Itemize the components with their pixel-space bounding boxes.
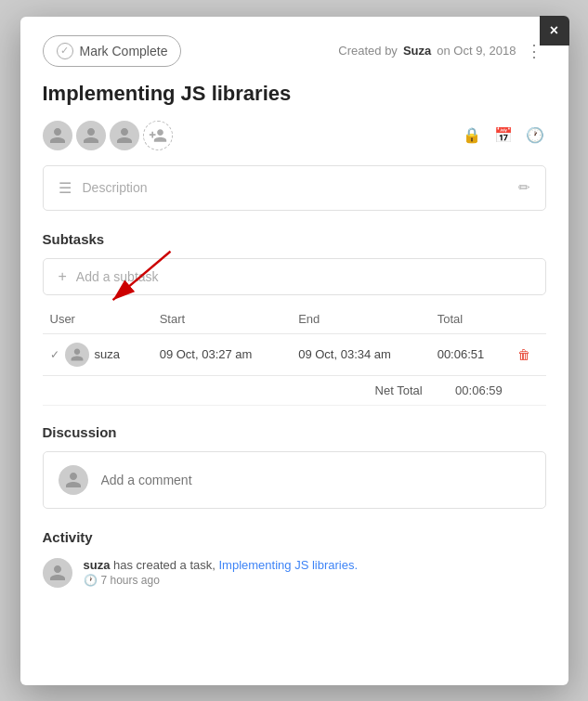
comment-avatar <box>59 465 88 495</box>
activity-user: suza <box>84 558 111 572</box>
activity-content: suza has created a task, Implementing JS… <box>84 558 359 587</box>
col-start: Start <box>152 305 292 334</box>
assignees-list <box>43 121 173 150</box>
comment-input[interactable] <box>101 473 530 487</box>
modal-header: ✓ Mark Complete Created by Suza on Oct 9… <box>43 35 546 67</box>
author-name: Suza <box>403 44 431 58</box>
table-row: ✓ suza 09 Oct, 03:27 am 09 Oct, 03:34 am… <box>43 333 546 375</box>
activity-link[interactable]: Implementing JS libraries. <box>218 558 358 572</box>
activity-text: has created a task, <box>113 558 218 572</box>
avatar-3[interactable] <box>110 121 139 150</box>
mark-complete-button[interactable]: ✓ Mark Complete <box>43 35 182 67</box>
avatar-2[interactable] <box>76 121 106 150</box>
add-subtask-row[interactable]: + Add a subtask <box>43 258 546 295</box>
add-user-button[interactable] <box>143 121 173 150</box>
activity-time: 🕐 7 hours ago <box>84 574 359 587</box>
created-date: on Oct 9, 2018 <box>437 44 516 58</box>
header-meta: Created by Suza on Oct 9, 2018 ⋮ <box>338 43 545 59</box>
row-avatar <box>65 343 89 367</box>
net-total-label: Net Total <box>43 375 430 405</box>
description-lines-icon: ☰ <box>59 179 72 197</box>
calendar-icon-button[interactable]: 📅 <box>492 124 515 146</box>
modal-overlay: × ✓ Mark Complete Created by Suza on Oct… <box>0 0 588 701</box>
row-end: 09 Oct, 03:34 am <box>291 333 430 375</box>
activity-time-label: 7 hours ago <box>101 574 160 587</box>
comment-box <box>43 451 546 509</box>
subtasks-section-label: Subtasks <box>43 231 546 247</box>
row-start: 09 Oct, 03:27 am <box>152 333 292 375</box>
description-box[interactable]: ☰ Description ✏ <box>43 165 546 211</box>
clock-icon-button[interactable]: 🕐 <box>524 124 546 146</box>
delete-row-button[interactable]: 🗑 <box>517 347 530 362</box>
discussion-section-label: Discussion <box>43 424 546 440</box>
row-username: suza <box>95 347 120 361</box>
mark-complete-label: Mark Complete <box>80 44 168 58</box>
avatar-1[interactable] <box>43 121 72 150</box>
description-edit-icon[interactable]: ✏ <box>518 179 530 196</box>
description-placeholder: Description <box>83 180 148 195</box>
activity-item: suza has created a task, Implementing JS… <box>43 558 546 588</box>
col-total: Total <box>430 305 510 334</box>
activity-section: Activity suza has created a task, Implem… <box>43 529 546 588</box>
activity-avatar <box>43 558 72 588</box>
add-subtask-label: Add a subtask <box>76 269 159 284</box>
net-total-value: 00:06:59 <box>430 375 510 405</box>
row-check-icon: ✓ <box>50 348 59 361</box>
net-total-row: Net Total 00:06:59 <box>43 375 546 405</box>
row-total: 00:06:51 <box>430 333 510 375</box>
task-icons: 🔒 📅 🕐 <box>461 124 546 146</box>
close-button[interactable]: × <box>540 16 569 45</box>
created-by-text: Created by <box>338 44 398 58</box>
task-modal: × ✓ Mark Complete Created by Suza on Oct… <box>20 17 568 685</box>
avatars-row: 🔒 📅 🕐 <box>43 121 546 150</box>
discussion-section: Discussion <box>43 424 546 509</box>
add-subtask-icon: + <box>59 268 67 285</box>
user-cell: ✓ suza <box>50 343 145 367</box>
activity-section-label: Activity <box>43 529 546 545</box>
clock-small-icon: 🕐 <box>84 574 98 587</box>
subtask-table: User Start End Total ✓ <box>43 305 546 406</box>
col-end: End <box>291 305 430 334</box>
check-circle-icon: ✓ <box>57 43 73 59</box>
lock-icon-button[interactable]: 🔒 <box>461 124 483 146</box>
task-title: Implementing JS libraries <box>43 82 546 106</box>
col-user: User <box>43 305 152 334</box>
